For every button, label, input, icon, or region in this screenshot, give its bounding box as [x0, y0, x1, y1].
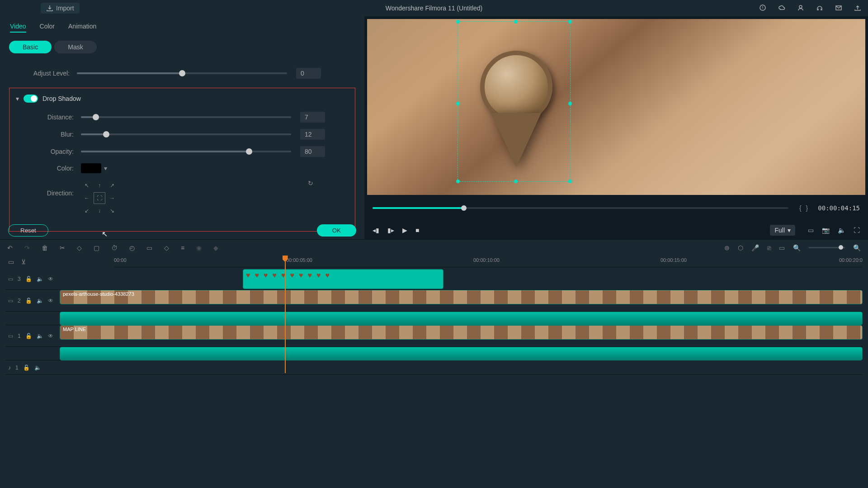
undo-icon[interactable]: ↶ — [7, 244, 13, 251]
svg-point-1 — [799, 5, 802, 8]
timeline-clip[interactable]: MAP LINE — [60, 325, 863, 340]
lock-icon[interactable]: 🔓 — [25, 298, 32, 304]
next-frame-icon[interactable]: ▮▸ — [387, 227, 394, 234]
marker-icon[interactable]: ⬡ — [738, 244, 743, 251]
timeline-audio-clip[interactable] — [60, 312, 863, 325]
dir-se[interactable]: ↘ — [106, 205, 118, 217]
zoom-in-icon[interactable]: 🔍 — [853, 244, 861, 251]
blur-label: Blur: — [13, 131, 81, 138]
dir-s[interactable]: ↓ — [94, 205, 105, 217]
mute-track-icon[interactable]: 🔈 — [37, 333, 43, 339]
export-icon[interactable] — [854, 4, 861, 13]
title-bar: Import Wondershare Filmora 11 (Untitled) — [0, 0, 868, 16]
adjust-icon[interactable]: ≡ — [181, 244, 184, 251]
slider-thumb[interactable] — [179, 70, 185, 76]
zoom-slider[interactable] — [809, 247, 845, 248]
hint-icon[interactable] — [759, 4, 766, 13]
tab-color[interactable]: Color — [40, 21, 55, 33]
adjust-level-value[interactable]: 0 — [296, 68, 321, 79]
cloud-icon[interactable] — [778, 4, 785, 13]
dir-center[interactable]: ⛶ — [94, 192, 105, 204]
tag-icon[interactable]: ◇ — [77, 244, 82, 251]
speed-icon[interactable]: ⏱ — [111, 244, 118, 251]
mute-icon[interactable]: 🔈 — [838, 227, 845, 234]
dir-ne[interactable]: ↗ — [106, 180, 118, 191]
playback-progress[interactable] — [373, 207, 788, 209]
render-icon[interactable]: ⊚ — [724, 244, 730, 251]
inspector-panel: Video Color Animation Basic Mask Adjust … — [0, 16, 364, 239]
collapse-chevron-icon[interactable]: ▾ — [16, 95, 19, 102]
tab-video[interactable]: Video — [10, 21, 26, 33]
visibility-icon[interactable]: 👁 — [48, 298, 53, 304]
bracket-out-icon[interactable]: } — [806, 204, 808, 212]
dir-n[interactable]: ↑ — [94, 180, 105, 191]
keyframe-icon[interactable]: ◆ — [213, 244, 218, 251]
headphones-icon[interactable] — [816, 4, 823, 13]
visibility-icon[interactable]: 👁 — [48, 333, 53, 339]
window-title: Wondershare Filmora 11 (Untitled) — [386, 5, 483, 12]
import-icon — [46, 5, 53, 12]
timecode: 00:00:04:15 — [818, 204, 860, 212]
direction-reset-icon[interactable]: ↻ — [308, 180, 313, 187]
reset-button[interactable]: Reset — [8, 224, 48, 237]
dir-w[interactable]: ← — [81, 192, 93, 204]
delete-icon[interactable]: 🗑 — [42, 244, 48, 251]
visibility-icon[interactable]: 👁 — [48, 276, 53, 282]
blur-slider[interactable] — [81, 133, 291, 135]
opacity-slider[interactable] — [81, 151, 291, 152]
tab-animation[interactable]: Animation — [68, 21, 96, 33]
dir-sw[interactable]: ↙ — [81, 205, 93, 217]
snapshot-icon[interactable]: 📷 — [822, 227, 830, 234]
dir-nw[interactable]: ↖ — [81, 180, 93, 191]
distance-value[interactable]: 7 — [300, 112, 325, 123]
prev-frame-icon[interactable]: ◂▮ — [373, 227, 379, 234]
play-icon[interactable]: ▶ — [402, 227, 407, 234]
redo-icon[interactable]: ↷ — [24, 244, 30, 251]
timeline-clip[interactable]: ♥♥♥♥♥♥♥♥♥♥ — [243, 269, 443, 289]
color-dropdown-icon[interactable]: ▾ — [104, 165, 107, 172]
mask-tool-icon[interactable]: ◉ — [196, 244, 202, 251]
stop-icon[interactable]: ■ — [415, 227, 419, 234]
voiceover-icon[interactable]: 🎤 — [751, 244, 759, 251]
split-icon[interactable]: ✂ — [60, 244, 65, 251]
chroma-icon[interactable]: ◇ — [164, 244, 169, 251]
fullscreen-icon[interactable]: ⛶ — [854, 227, 860, 234]
playhead[interactable] — [285, 256, 286, 373]
import-button[interactable]: Import — [41, 3, 80, 14]
lock-icon[interactable]: 🔓 — [25, 333, 32, 339]
adjust-level-slider[interactable] — [77, 72, 287, 74]
bracket-in-icon[interactable]: { — [799, 204, 802, 212]
account-icon[interactable] — [797, 4, 804, 13]
zoom-out-icon[interactable]: 🔍 — [793, 244, 801, 251]
mail-icon[interactable] — [835, 4, 842, 13]
quality-select[interactable]: Full▾ — [770, 225, 795, 236]
timeline-audio-clip[interactable] — [60, 347, 863, 360]
track-header-toggle-icon[interactable]: ▭ — [8, 258, 14, 265]
subtab-mask[interactable]: Mask — [54, 41, 96, 53]
preview-panel: { } 00:00:04:15 ◂▮ ▮▸ ▶ ■ Full▾ ▭ 📷 🔈 ⛶ — [364, 16, 868, 239]
lock-icon[interactable]: 🔓 — [23, 365, 30, 371]
magnet-icon[interactable]: ⊻ — [21, 258, 26, 265]
mute-track-icon[interactable]: 🔈 — [34, 365, 41, 371]
mute-track-icon[interactable]: 🔈 — [37, 276, 43, 282]
timeline-ruler[interactable]: 00:00 00:00:05:00 00:00:10:00 00:00:15:0… — [114, 256, 863, 267]
fit-icon[interactable]: ▭ — [779, 244, 785, 251]
dir-e[interactable]: → — [106, 192, 118, 204]
preview-canvas[interactable] — [367, 19, 865, 195]
subtab-basic[interactable]: Basic — [9, 41, 52, 53]
color-match-icon[interactable]: ▭ — [146, 244, 152, 251]
mute-track-icon[interactable]: 🔈 — [37, 298, 43, 304]
distance-slider[interactable] — [81, 116, 291, 118]
compare-icon[interactable]: ▭ — [808, 227, 814, 234]
ok-button[interactable]: OK — [317, 224, 356, 237]
distance-label: Distance: — [13, 114, 81, 121]
drop-shadow-toggle[interactable] — [24, 95, 38, 103]
color-swatch[interactable] — [81, 163, 101, 173]
clock-icon[interactable]: ◴ — [129, 244, 135, 251]
mixer-icon[interactable]: ⎚ — [767, 244, 771, 251]
timeline-clip[interactable]: pexels-arthouse-studio-4338273 — [60, 290, 863, 304]
lock-icon[interactable]: 🔓 — [25, 276, 32, 282]
opacity-value[interactable]: 80 — [300, 146, 325, 157]
blur-value[interactable]: 12 — [300, 129, 325, 140]
crop-icon[interactable]: ▢ — [94, 244, 99, 251]
